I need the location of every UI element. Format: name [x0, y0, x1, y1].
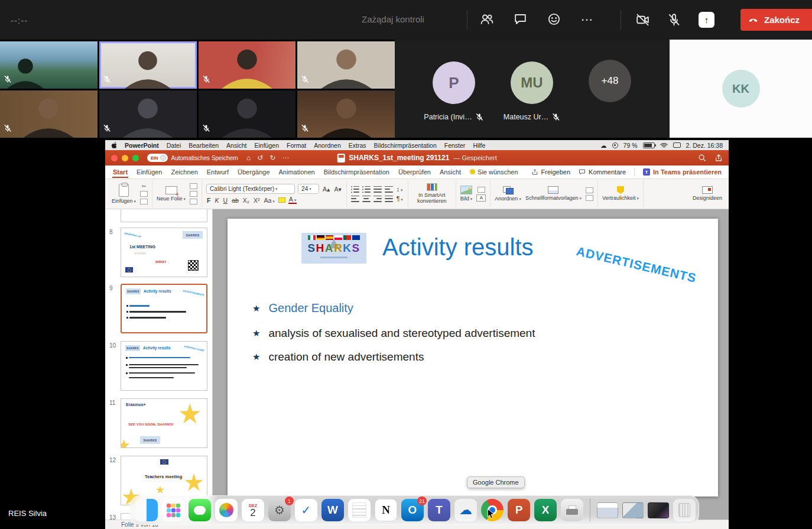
home-icon[interactable]: ⌂	[246, 154, 251, 162]
things-icon[interactable]: ✓	[295, 499, 317, 521]
change-case-button[interactable]: Aa	[263, 197, 275, 204]
tab-einfuegen[interactable]: Einfügen	[136, 166, 163, 178]
align-left-icon[interactable]	[351, 196, 359, 202]
participant-video[interactable]	[99, 90, 197, 138]
word-icon[interactable]: W	[321, 499, 344, 521]
tab-ansicht[interactable]: Ansicht	[439, 166, 462, 178]
textedit-icon[interactable]	[348, 499, 371, 521]
font-name-select[interactable]: Calibri Light (Textkörper)	[206, 184, 295, 194]
quick-styles-button[interactable]: Schnellformatvorlagen	[525, 186, 582, 202]
notion-icon[interactable]: N	[375, 499, 397, 521]
autosave-toggle[interactable]: EIN Automatisches Speichern	[147, 154, 238, 162]
highlight-color-icon[interactable]	[278, 197, 285, 203]
wifi-icon[interactable]	[660, 142, 668, 148]
participant-video[interactable]	[199, 41, 296, 89]
excel-icon[interactable]: X	[534, 499, 557, 521]
reset-slide-icon[interactable]	[190, 191, 197, 197]
advertisements-stamp[interactable]: ADVERTISEMENTS	[575, 244, 698, 285]
apple-menu-icon[interactable]	[111, 142, 117, 149]
menu-ansicht[interactable]: Ansicht	[226, 142, 246, 149]
avatar-mateusz[interactable]: MU	[511, 61, 553, 104]
menu-bildschirmpraesentation[interactable]: Bildschirmpräsentation	[374, 142, 437, 149]
current-slide[interactable]: SHARKS Activity results ADVERTISEMENTS G…	[228, 219, 718, 496]
onedrive-icon[interactable]: ☁	[454, 499, 477, 521]
minimized-window[interactable]	[622, 502, 644, 518]
slide-thumbnail-7[interactable]	[121, 209, 207, 222]
avatar-overflow-count[interactable]: +48	[589, 60, 631, 102]
menu-datei[interactable]: Datei	[167, 142, 181, 149]
tab-entwurf[interactable]: Entwurf	[206, 166, 229, 178]
launchpad-icon[interactable]	[162, 499, 184, 521]
tab-animationen[interactable]: Animationen	[278, 166, 316, 178]
present-in-teams-button[interactable]: T In Teams präsentieren	[643, 168, 722, 176]
justify-icon[interactable]	[385, 196, 393, 202]
decrease-font-icon[interactable]: A▾	[333, 186, 342, 193]
slide-thumbnail-11[interactable]: Erasmus+ SEE YOU SOON, SHARKS! SHARKS	[121, 398, 207, 448]
minimized-window[interactable]	[597, 502, 618, 518]
powerpoint-icon[interactable]: P	[508, 499, 530, 521]
close-window-button[interactable]	[111, 155, 118, 161]
paste-button[interactable]: Einfügen	[112, 184, 136, 205]
shapes-icon[interactable]	[478, 187, 485, 193]
zoom-window-button[interactable]	[132, 155, 139, 161]
numbered-list-icon[interactable]	[362, 186, 371, 193]
bullet-item[interactable]: analysis of sexualised and stereotyped a…	[252, 327, 535, 340]
more-commands-icon[interactable]: ⋯	[282, 154, 289, 162]
share-button[interactable]: Freigeben	[531, 168, 571, 176]
slide-title[interactable]: Activity results	[382, 234, 534, 261]
bullet-item[interactable]: Gender Equality	[252, 301, 353, 315]
align-right-icon[interactable]	[373, 196, 382, 202]
insert-picture-button[interactable]: Bild	[460, 186, 473, 202]
underline-button[interactable]: U	[223, 197, 229, 204]
system-preferences-icon[interactable]: ⚙1	[268, 499, 291, 521]
slide-thumbnail-10[interactable]: SHARKS Activity results SHOPPING GUIDE	[121, 341, 207, 391]
screen-recording-icon[interactable]	[612, 142, 618, 148]
new-slide-button[interactable]: Neue Folie	[157, 186, 186, 202]
participant-video[interactable]	[297, 41, 395, 89]
slide-layout-icon[interactable]	[190, 183, 197, 189]
increase-font-icon[interactable]: A▴	[322, 186, 330, 193]
font-color-button[interactable]: A	[288, 196, 297, 204]
slide-thumbnail-9-selected[interactable]: SHARKS Activity results ADVERTISEMENTS	[121, 284, 207, 333]
slide-thumbnail-8[interactable]: WRAPPING UP 1st MEETING 02.12.2021 SHARK…	[121, 228, 207, 277]
tab-uebergaenge[interactable]: Übergänge	[237, 166, 270, 178]
tab-ueberpruefen[interactable]: Überprüfen	[398, 166, 431, 178]
section-icon[interactable]	[190, 199, 197, 205]
increase-indent-icon[interactable]	[385, 186, 393, 193]
participant-video-speaking[interactable]	[99, 41, 197, 89]
camera-off-icon[interactable]	[636, 13, 649, 27]
chat-icon[interactable]	[514, 12, 527, 26]
bullet-item[interactable]: creation of new advertisements	[252, 350, 424, 364]
sensitivity-button[interactable]: Vertraulichkeit	[602, 186, 639, 202]
participant-video[interactable]	[297, 90, 395, 138]
trash-icon[interactable]	[673, 499, 696, 521]
comments-button[interactable]: Kommentare	[579, 168, 626, 176]
menubar-app-name[interactable]: PowerPoint	[125, 142, 159, 149]
photos-icon[interactable]	[215, 499, 238, 521]
design-ideas-button[interactable]: Designideen	[693, 186, 722, 202]
decrease-indent-icon[interactable]	[373, 186, 382, 193]
tab-zeichnen[interactable]: Zeichnen	[171, 166, 199, 178]
text-direction-icon[interactable]: ¶	[396, 195, 404, 202]
redo-icon[interactable]: ↻	[269, 154, 275, 162]
tell-me-button[interactable]: Sie wünschen	[469, 166, 519, 178]
display-menu-icon[interactable]	[673, 142, 681, 148]
finder-icon[interactable]	[135, 499, 158, 521]
reactions-icon[interactable]	[547, 12, 561, 26]
menu-bearbeiten[interactable]: Bearbeiten	[189, 142, 219, 149]
mic-off-icon[interactable]	[667, 13, 681, 27]
menu-hilfe[interactable]: Hilfe	[473, 142, 485, 149]
minimized-window[interactable]	[648, 502, 669, 518]
messages-icon[interactable]	[189, 499, 211, 521]
menu-anordnen[interactable]: Anordnen	[314, 142, 341, 149]
shape-outline-icon[interactable]	[586, 195, 593, 201]
sharks-logo[interactable]: SHARKS	[301, 233, 366, 264]
minimize-window-button[interactable]	[122, 155, 128, 161]
format-painter-icon[interactable]	[140, 199, 148, 205]
text-box-icon[interactable]: A	[476, 194, 486, 202]
menu-einfuegen[interactable]: Einfügen	[255, 142, 279, 149]
cloud-status-icon[interactable]: ☁	[600, 142, 607, 149]
participant-video[interactable]	[0, 41, 98, 89]
search-icon[interactable]	[698, 154, 706, 162]
participants-icon[interactable]	[480, 12, 493, 26]
